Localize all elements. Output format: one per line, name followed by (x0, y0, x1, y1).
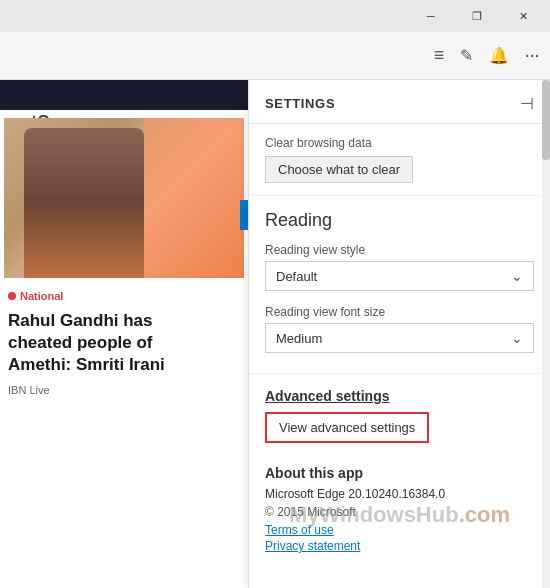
hamburger-icon[interactable]: ≡ (434, 45, 445, 66)
reading-section: Reading Reading view style Default ⌄ Rea… (249, 196, 550, 373)
view-style-value: Default (276, 269, 317, 284)
clear-browsing-label: Clear browsing data (265, 136, 534, 150)
scrollbar-track (542, 80, 550, 588)
news-tag: National (0, 286, 248, 306)
choose-what-to-clear-button[interactable]: Choose what to clear (265, 156, 413, 183)
view-style-dropdown[interactable]: Default ⌄ (265, 261, 534, 291)
font-size-value: Medium (276, 331, 322, 346)
view-style-arrow: ⌄ (511, 268, 523, 284)
tag-dot (8, 292, 16, 300)
browser-toolbar: ≡ ✎ 🔔 ··· (0, 32, 550, 80)
advanced-settings-title: Advanced settings (265, 388, 534, 404)
title-bar: ─ ❐ ✕ (0, 0, 550, 32)
edit-icon[interactable]: ✎ (460, 46, 473, 65)
news-image (4, 118, 244, 278)
advanced-settings-section: Advanced settings View advanced settings (249, 373, 550, 453)
font-size-dropdown[interactable]: Medium ⌄ (265, 323, 534, 353)
font-size-arrow: ⌄ (511, 330, 523, 346)
news-headline: Rahul Gandhi hascheated people ofAmethi:… (0, 306, 248, 380)
browser-content: ext? National Rahul Gandhi hascheated pe… (0, 80, 550, 588)
pin-icon[interactable]: ⊣ (520, 94, 534, 113)
more-icon[interactable]: ··· (525, 48, 540, 64)
clear-browsing-section: Clear browsing data Choose what to clear (249, 124, 550, 196)
watermark: MyWindowsHub.com (289, 502, 510, 528)
scrollbar-thumb[interactable] (542, 80, 550, 160)
settings-header: SETTINGS ⊣ (249, 80, 550, 124)
image-figure (24, 128, 144, 278)
reading-title: Reading (265, 210, 534, 231)
maximize-button[interactable]: ❐ (454, 0, 500, 32)
settings-title: SETTINGS (265, 96, 335, 111)
accent-bar (240, 200, 248, 230)
news-source: IBN Live (0, 380, 248, 400)
view-advanced-settings-button[interactable]: View advanced settings (265, 412, 429, 443)
about-version: Microsoft Edge 20.10240.16384.0 (265, 487, 534, 501)
font-size-label: Reading view font size (265, 305, 534, 319)
background-page: ext? National Rahul Gandhi hascheated pe… (0, 80, 248, 588)
privacy-statement-link[interactable]: Privacy statement (265, 539, 534, 553)
minimize-button[interactable]: ─ (408, 0, 454, 32)
page-header (0, 80, 248, 110)
view-style-label: Reading view style (265, 243, 534, 257)
close-button[interactable]: ✕ (500, 0, 546, 32)
notification-icon[interactable]: 🔔 (489, 46, 509, 65)
about-title: About this app (265, 465, 534, 481)
tag-text: National (20, 290, 63, 302)
image-bg (144, 118, 244, 278)
